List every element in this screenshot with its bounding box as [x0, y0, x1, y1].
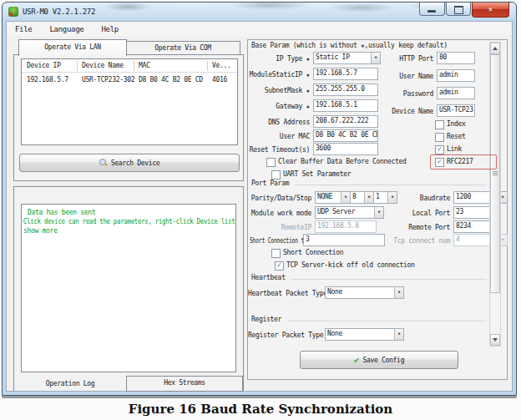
module-static-ip-label: ModuleStaticIP ★ [248, 69, 310, 80]
gateway-label: Gateway ★ [248, 101, 310, 112]
index-checkbox[interactable] [435, 120, 444, 129]
scroll-down-button[interactable] [490, 334, 500, 346]
clear-buffer-checkbox[interactable] [266, 158, 276, 167]
menu-bar: File Language Help [7, 22, 512, 36]
work-mode-label: Module work mode [248, 208, 311, 219]
cell-mac: D8 B0 4C B2 0E CD [139, 75, 203, 85]
short-connection-label: Short Connection [283, 247, 343, 258]
index-label: Index [447, 119, 466, 129]
scroll-up-button[interactable] [490, 43, 500, 54]
uart-set-label: UART Set Parameter [283, 169, 351, 180]
search-device-button[interactable]: Search Device [19, 154, 240, 172]
col-device-name[interactable]: Device Name [82, 61, 124, 71]
user-mac-input[interactable]: D8 B0 4C B2 0E CD [313, 129, 378, 142]
tab-operation-log[interactable]: Operation Log [14, 377, 126, 391]
title-bar[interactable]: USR-M0 V2.2.1.272 ✕ [3, 3, 516, 21]
gateway-input[interactable]: 192.168.5.1 [313, 99, 378, 112]
scrollbar-thumb[interactable] [490, 54, 500, 293]
maximize-icon [454, 6, 463, 14]
dns-address-input[interactable]: 208.67.222.222 [313, 115, 378, 128]
kick-old-connection-label: TCP Server-kick off old connection [286, 260, 415, 271]
tab-operate-via-lan[interactable]: Operate Via LAN [18, 39, 127, 56]
register-header: Register [251, 316, 284, 323]
menu-language[interactable]: Language [48, 25, 85, 33]
save-check-icon: ✔ [354, 356, 360, 365]
reset-checkbox[interactable] [435, 133, 444, 142]
heartbeat-packet-type-select[interactable]: None▾ [325, 286, 404, 299]
http-port-label: HTTP Port [377, 53, 433, 64]
minimize-icon [427, 10, 436, 13]
scrollbar[interactable] [489, 42, 501, 347]
tcp-connect-num-label: Tcp connect num [387, 235, 450, 246]
parity-select[interactable]: NONE▾ [315, 191, 351, 204]
col-version[interactable]: Ve... [212, 61, 231, 71]
menu-help[interactable]: Help [99, 25, 119, 33]
http-port-input[interactable]: 80 [437, 52, 475, 64]
log-line: Data has been sent [22, 205, 235, 217]
minimize-button[interactable] [419, 3, 445, 16]
menu-file[interactable]: File [13, 25, 33, 33]
reset-label: Reset [447, 131, 466, 142]
heartbeat-header: Heartbeat [251, 274, 288, 281]
kick-old-connection-checkbox[interactable]: ✓ [275, 261, 284, 271]
link-checkbox[interactable]: ✓ [435, 145, 444, 154]
save-config-button[interactable]: ✔ Save Config [300, 351, 458, 369]
clear-buffer-label: Clear Buffer Data Before Connected [278, 156, 407, 167]
uart-set-checkbox[interactable] [271, 170, 281, 180]
app-window: USR-M0 V2.2.1.272 ✕ File Language Help O… [2, 2, 517, 396]
chevron-down-icon: ▾ [341, 192, 350, 203]
col-device-ip[interactable]: Device IP [27, 61, 61, 71]
close-icon: ✕ [488, 5, 493, 13]
cell-device-name: USR-TCP232-302 [82, 75, 134, 85]
lan-tab-control: Operate Via LAN Operate Via COM Device I… [13, 39, 244, 180]
baudrate-label: Baudrate [390, 193, 450, 204]
heartbeat-packet-type-label: Heartbeat Packet Type [248, 288, 321, 299]
client-area: File Language Help Operate Via LAN Opera… [6, 21, 513, 392]
arrow-down-icon [493, 338, 498, 342]
user-name-input[interactable]: admin [437, 69, 475, 82]
data-bits-select[interactable]: 8▾ [350, 191, 374, 204]
ip-type-select[interactable]: Static IP▾ [313, 52, 381, 64]
device-name-input[interactable]: USR-TCP23 [437, 104, 475, 117]
tab-hex-streams[interactable]: Hex Streams [126, 376, 243, 392]
short-connection-checkbox[interactable] [271, 249, 281, 258]
short-connection-time-input[interactable]: 3 [303, 234, 385, 246]
search-icon [99, 159, 108, 167]
operation-log-panel[interactable]: Data has been sent Click device can read… [21, 204, 236, 372]
subnet-mask-label: SubnetMask ★ [248, 85, 310, 96]
password-label: Password [377, 89, 433, 99]
register-packet-type-select[interactable]: None▾ [325, 328, 404, 341]
remote-ip-label: RemoteIP [248, 222, 311, 233]
rfc2217-highlight-box [430, 154, 497, 170]
chevron-down-icon: ▾ [364, 192, 373, 203]
cell-version: 4016 [212, 75, 227, 85]
port-param-header: Port Param [251, 180, 291, 187]
local-port-label: Local Port [390, 208, 450, 219]
log-line: show more [22, 226, 235, 235]
col-mac[interactable]: MAC [139, 61, 150, 71]
figure-caption: Figure 16 Baud Rate Synchronization [0, 402, 521, 417]
ip-type-label: IP Type ★ [248, 53, 310, 64]
register-packet-type-label: Register Packet Type [248, 330, 321, 341]
close-button[interactable]: ✕ [472, 3, 509, 18]
parity-data-stop-label: Parity/Data/Stop [248, 193, 311, 204]
maximize-button[interactable] [446, 3, 471, 16]
app-icon [8, 7, 18, 17]
window-title: USR-M0 V2.2.1.272 [23, 3, 95, 21]
reset-timeout-input[interactable]: 3600 [313, 143, 378, 155]
chevron-down-icon: ▾ [394, 329, 403, 340]
link-label: Link [447, 144, 462, 154]
device-list[interactable]: Device IP Device Name MAC Ve... 192.168.… [21, 58, 238, 145]
log-tab-control: Data has been sent Click device can read… [13, 186, 244, 391]
reset-timeout-label: Reset Timeout(s) [248, 144, 310, 155]
chevron-down-icon: ▾ [394, 287, 403, 298]
dns-address-label: DNS Address [248, 117, 310, 128]
work-mode-select[interactable]: UDP Server▾ [315, 206, 384, 219]
remote-ip-input[interactable]: 192.168.5.8 [315, 220, 377, 233]
subnet-mask-input[interactable]: 255.255.255.0 [313, 83, 378, 96]
user-name-label: User Name [377, 71, 433, 82]
password-input[interactable]: admin [437, 87, 475, 99]
log-line: Click device can read the parameters, ri… [22, 217, 219, 226]
module-static-ip-input[interactable]: 192.168.5.7 [313, 68, 378, 80]
cell-device-ip: 192.168.5.7 [27, 75, 68, 85]
